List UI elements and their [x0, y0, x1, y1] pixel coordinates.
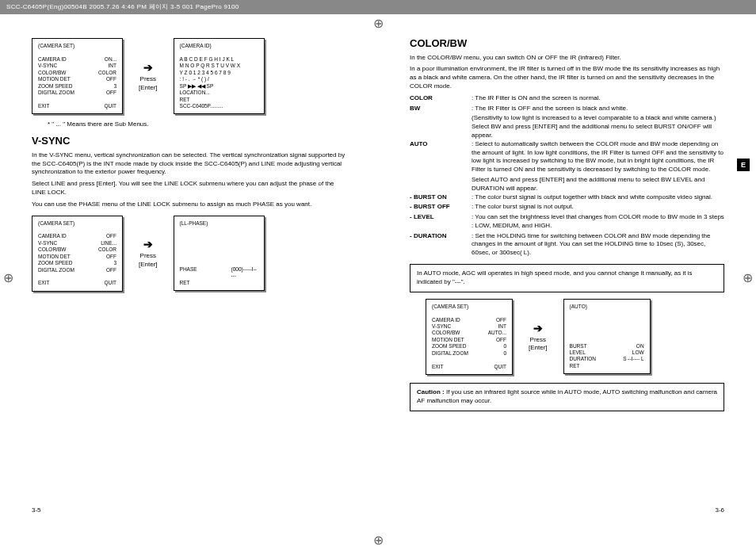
- row-val: LINE...: [101, 240, 116, 246]
- camera-set-menu-1: (CAMERA SET) CAMERA IDON... V-SYNCINT CO…: [32, 38, 123, 114]
- menu-title: (CAMERA SET): [432, 304, 506, 310]
- row-label: MOTION DET: [38, 254, 82, 260]
- row-label: ZOOM SPEED: [38, 260, 82, 266]
- row-val: 3: [113, 260, 116, 266]
- camera-set-menu-2: (CAMERA SET) CAMERA IDOFF V-SYNCLINE... …: [32, 216, 123, 292]
- row-label: DIGITAL ZOOM: [38, 90, 82, 96]
- row-label: RET: [180, 280, 223, 286]
- arrow-press-enter: ➔ Press [Enter]: [529, 321, 548, 353]
- row-val: INT: [498, 323, 506, 330]
- press-label: Press: [139, 252, 158, 261]
- arrow-right-icon: ➔: [139, 237, 158, 252]
- row-label: COLOR/BW: [432, 330, 475, 336]
- def-label: - DURATION: [410, 232, 472, 258]
- page-spread: (CAMERA SET) CAMERA IDON... V-SYNCINT CO…: [0, 0, 756, 523]
- row-val: 0: [503, 343, 506, 350]
- menu-line: LOCATION...: [180, 90, 258, 96]
- row-label: DIGITAL ZOOM: [432, 350, 475, 357]
- menu-line: A B C D E F G H I J K L: [180, 56, 258, 63]
- vsync-paragraph-2: Select LINE and press [Enter]. You will …: [32, 180, 346, 197]
- def-bw: BW: The IR Filter is OFF and the screen …: [410, 105, 724, 113]
- row-val: 3: [113, 83, 116, 90]
- edge-tab-e: E: [737, 159, 750, 171]
- row-label: COLOR/BW: [38, 246, 82, 253]
- camera-set-auto-group: (CAMERA SET) CAMERA IDOFF V-SYNCINT COLO…: [426, 299, 724, 375]
- row-val: OFF: [106, 267, 116, 273]
- press-label: Press: [529, 336, 548, 345]
- row-label: EXIT: [38, 280, 82, 286]
- enter-label: [Enter]: [139, 261, 158, 269]
- row-label: V-SYNC: [432, 323, 475, 330]
- heading-vsync: V-SYNC: [32, 134, 346, 148]
- def-bw-cont: (Sensitivity to low light is increased t…: [410, 114, 724, 123]
- camera-id-menu: (CAMERA ID) A B C D E F G H I J K L M N …: [174, 38, 265, 114]
- vsync-paragraph-1: In the V-SYNC menu, vertical synchroniza…: [32, 151, 346, 177]
- def-auto-cont: Select AUTO and press [ENTER] and the ad…: [410, 176, 724, 193]
- row-label: MOTION DET: [432, 337, 475, 343]
- arrow-press-enter: ➔ Press [Enter]: [139, 237, 158, 269]
- row-val: QUIT: [104, 103, 116, 109]
- def-duration: - DURATION: Set the HOLDING time for swi…: [410, 232, 724, 258]
- agc-note-box: In AUTO mode, AGC will operates in high …: [410, 264, 724, 292]
- def-label: - BURST OFF: [410, 203, 472, 212]
- menu-line: Y Z 0 1 2 3 4 5 6 7 8 9: [180, 70, 258, 76]
- row-label: V-SYNC: [38, 240, 82, 246]
- row-val: OFF: [496, 317, 506, 323]
- enter-label: [Enter]: [139, 84, 158, 93]
- row-val: QUIT: [494, 364, 506, 370]
- def-label: COLOR: [410, 94, 472, 103]
- row-val: 0: [503, 350, 506, 357]
- page-right: COLOR/BW In the COLOR/BW menu, you can s…: [402, 32, 724, 507]
- row-val: OFF: [106, 76, 116, 82]
- def-text: : Set the HOLDING time for switching bet…: [472, 232, 724, 258]
- def-text: : You can set the brightness level that …: [472, 213, 724, 231]
- row-label: EXIT: [432, 364, 475, 370]
- def-text: : The IR Filter is ON and the screen is …: [472, 94, 724, 103]
- camera-set-id-group: (CAMERA SET) CAMERA IDON... V-SYNCINT CO…: [32, 38, 346, 114]
- def-label: BW: [410, 105, 472, 113]
- menu-line: RET: [180, 97, 258, 103]
- page-left: (CAMERA SET) CAMERA IDON... V-SYNCINT CO…: [32, 32, 354, 507]
- print-header: SCC-C6405P(Eng)00504B 2005.7.26 4:46 PM …: [0, 0, 756, 14]
- row-val: LOW: [632, 350, 644, 356]
- row-label: EXIT: [38, 103, 82, 109]
- row-label: PHASE: [180, 266, 223, 280]
- row-label: RET: [570, 363, 613, 369]
- row-val: ON: [636, 343, 644, 350]
- menu-title: (CAMERA ID): [180, 43, 258, 49]
- def-label: - BURST ON: [410, 193, 472, 202]
- def-text: : The color burst signal is output toget…: [472, 193, 724, 202]
- page-number-left: 3-5: [32, 506, 41, 515]
- def-text: : The IR Filter is OFF and the screen is…: [472, 105, 724, 113]
- camera-set-menu-3: (CAMERA SET) CAMERA IDOFF V-SYNCINT COLO…: [426, 299, 513, 375]
- ll-phase-menu: (LL-PHASE) PHASE(000)-----I----- RET: [174, 216, 265, 291]
- camera-set-llphase-group: (CAMERA SET) CAMERA IDOFF V-SYNCLINE... …: [32, 216, 346, 292]
- menu-title: (AUTO): [570, 304, 644, 310]
- crop-mark-top: ⊕: [373, 16, 384, 31]
- def-color: COLOR: The IR Filter is ON and the scree…: [410, 94, 724, 103]
- row-label: BURST: [570, 343, 613, 350]
- row-val: OFF: [106, 90, 116, 96]
- row-val: OFF: [496, 337, 506, 343]
- menu-line: SP ▶▶ ◀◀ SP: [180, 83, 258, 90]
- menu-title: (LL-PHASE): [180, 220, 258, 227]
- row-val: OFF: [106, 233, 116, 239]
- arrow-right-icon: ➔: [139, 60, 158, 75]
- menu-line: M N O P Q R S T U V W X: [180, 63, 258, 69]
- press-label: Press: [139, 75, 158, 84]
- enter-label: [Enter]: [529, 344, 548, 353]
- caution-box: Caution : If you use an infrared light s…: [410, 383, 724, 411]
- def-level: - LEVEL: You can set the brightness leve…: [410, 213, 724, 231]
- row-label: LEVEL: [570, 350, 613, 356]
- row-val: ON...: [105, 56, 116, 63]
- def-label: AUTO: [410, 140, 472, 174]
- page-number-right: 3-6: [715, 506, 724, 515]
- crop-mark-right: ⊕: [743, 269, 753, 285]
- row-val: QUIT: [104, 280, 116, 286]
- row-val: INT: [109, 63, 116, 69]
- row-val: AUTO...: [488, 330, 506, 336]
- def-bw-cont2: Select BW and press [ENTER] and the addi…: [410, 123, 724, 140]
- row-label: DIGITAL ZOOM: [38, 267, 82, 273]
- def-text: : The color burst signal is not output.: [472, 203, 724, 212]
- row-label: ZOOM SPEED: [38, 83, 82, 90]
